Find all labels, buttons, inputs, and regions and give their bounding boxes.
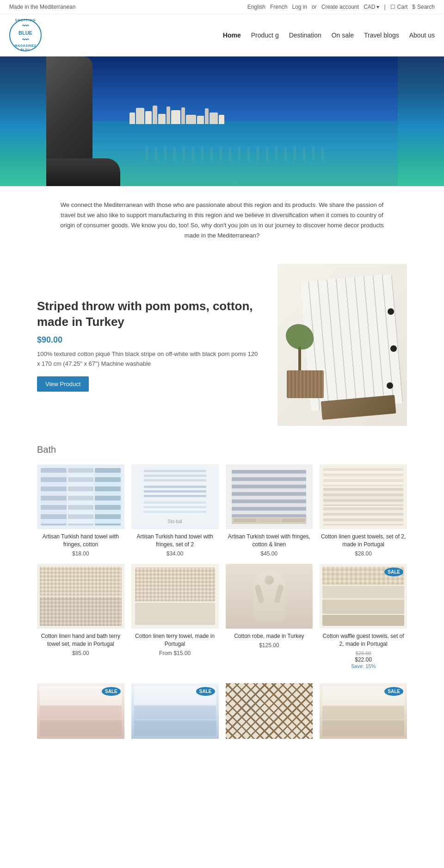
featured-product: Striped throw with pom poms, cotton, mad… (0, 255, 444, 435)
search-button[interactable]: $ Search (412, 4, 435, 10)
product-price-2: $34.00 (131, 550, 219, 557)
bottom-image-4: SALE (320, 683, 407, 739)
product-image-6 (131, 564, 219, 629)
login-link[interactable]: Log in (292, 4, 307, 10)
wicker-basket (287, 370, 324, 398)
product-image-8: SALE (320, 564, 407, 629)
product-name-7: Cotton robe, made in Turkey (226, 632, 313, 640)
price-original-8: $26.00 (356, 650, 371, 656)
product-name-3: Artisan Turkish towel with fringes, cott… (226, 533, 313, 549)
building-3 (145, 111, 152, 124)
nav-destination[interactable]: Destination (289, 31, 321, 39)
cart-icon: ☐ (390, 4, 395, 10)
search-icon: $ (412, 4, 415, 10)
product-card-3[interactable]: Artisan Turkish towel with fringes, cott… (226, 464, 313, 557)
top-bar-right: English French Log in or Create account … (247, 4, 435, 10)
logo-wave-icon2: 〰 (22, 36, 29, 44)
product-image-1 (37, 464, 124, 529)
nav-home[interactable]: Home (223, 31, 241, 39)
building-1 (130, 112, 135, 124)
product-name-2: Artisan Turkish hand towel with fringes,… (131, 533, 219, 549)
product-card-8[interactable]: SALE Cotton waffle guest towels, set of … (320, 564, 407, 669)
price-save-8: Save: 15% (351, 663, 376, 669)
featured-title: Striped throw with pom poms, cotton, mad… (37, 299, 259, 330)
featured-price: $90.00 (37, 335, 259, 345)
building-5 (171, 110, 180, 124)
buildings (130, 106, 384, 124)
windmill-3 (181, 107, 185, 124)
rock-bottom (46, 158, 120, 186)
cart-label: Cart (397, 4, 408, 10)
logo[interactable]: SHOPPING 〰 BLUE 〰 MAGASINEZ BLEU (9, 19, 42, 51)
windmill-2 (166, 106, 170, 124)
product-price-1: $18.00 (37, 550, 124, 557)
bath-product-grid: Artisan Turkish hand towel with fringes,… (0, 460, 444, 678)
tree-trunk (298, 347, 301, 370)
lang-french[interactable]: French (270, 4, 287, 10)
sale-badge-bottom-1: SALE (102, 687, 121, 696)
sale-badge-bottom-4: SALE (384, 687, 403, 696)
product-name-5: Cotton linen hand and bath terry towel s… (37, 632, 124, 648)
currency-label: CAD (364, 4, 375, 10)
logo-wave-icon: 〰 (22, 22, 29, 30)
nav-products[interactable]: Product g (251, 31, 279, 39)
windmill-4 (205, 108, 209, 124)
bottom-product-grid: SALE SALE SALE (0, 679, 444, 748)
bottom-product-1[interactable]: SALE (37, 683, 124, 739)
building-4 (158, 114, 166, 124)
bath-section-title: Bath (0, 435, 444, 460)
price-sale-8: $22.00 (355, 656, 372, 663)
product-card-6[interactable]: Cotton linen terry towel, made in Portug… (131, 564, 219, 669)
product-price-4: $28.00 (320, 550, 407, 557)
product-price-6: From $15.00 (131, 650, 219, 656)
featured-description: 100% textured cotton piqué Thin black st… (37, 350, 259, 369)
product-name-1: Artisan Turkish hand towel with fringes,… (37, 533, 124, 549)
sale-badge-8: SALE (384, 568, 403, 576)
search-label: Search (417, 4, 435, 10)
nav-about-us[interactable]: About us (409, 31, 435, 39)
product-card-2[interactable]: Sto·bal Artisan Turkish hand towel with … (131, 464, 219, 557)
nav-on-sale[interactable]: On sale (332, 31, 354, 39)
top-bar: Made in the Mediterranean English French… (0, 0, 444, 14)
bottom-product-4[interactable]: SALE (320, 683, 407, 739)
product-card-1[interactable]: Artisan Turkish hand towel with fringes,… (37, 464, 124, 557)
product-image-4 (320, 464, 407, 529)
nav-links: Home Product g Destination On sale Trave… (223, 31, 435, 39)
windmill-1 (153, 106, 157, 124)
tagline: Made in the Mediterranean (9, 4, 75, 10)
building-7 (197, 116, 204, 124)
bottom-image-3 (226, 683, 313, 739)
currency-dropdown-icon: ▾ (376, 4, 379, 10)
light-reflection (139, 146, 324, 160)
currency-selector[interactable]: CAD ▾ (364, 4, 379, 10)
nav-travel-blogs[interactable]: Travel blogs (364, 31, 399, 39)
featured-image (278, 264, 407, 426)
or-text: or (312, 4, 317, 10)
create-account-link[interactable]: Create account (321, 4, 359, 10)
building-6 (186, 115, 196, 124)
hero-inner (46, 56, 398, 186)
product-image-3 (226, 464, 313, 529)
logo-bottom-text: MAGASINEZ BLEU (10, 44, 41, 52)
bottom-product-2[interactable]: SALE (131, 683, 219, 739)
product-card-7[interactable]: Cotton robe, made in Turkey $125.00 (226, 564, 313, 669)
building-2 (136, 108, 144, 124)
product-name-6: Cotton linen terry towel, made in Portug… (131, 632, 219, 648)
view-product-button[interactable]: View Product (37, 376, 89, 392)
product-image-7 (226, 564, 313, 629)
lang-english[interactable]: English (247, 4, 265, 10)
bottom-product-3[interactable] (226, 683, 313, 739)
main-nav: SHOPPING 〰 BLUE 〰 MAGASINEZ BLEU Home Pr… (0, 14, 444, 56)
logo-top-text: SHOPPING (15, 19, 36, 22)
product-card-4[interactable]: Cotton linen guest towels, set of 2, mad… (320, 464, 407, 557)
product-price-7: $125.00 (226, 642, 313, 649)
cart-button[interactable]: ☐ Cart (390, 4, 408, 10)
product-name-4: Cotton linen guest towels, set of 2, mad… (320, 533, 407, 549)
product-price-5: $85.00 (37, 650, 124, 656)
robe-bg (226, 564, 313, 629)
product-price-3: $45.00 (226, 550, 313, 557)
sale-badge-bottom-2: SALE (196, 687, 215, 696)
product-image-2: Sto·bal (131, 464, 219, 529)
product-name-8: Cotton waffle guest towels, set of 2, ma… (320, 632, 407, 648)
product-card-5[interactable]: Cotton linen hand and bath terry towel s… (37, 564, 124, 669)
